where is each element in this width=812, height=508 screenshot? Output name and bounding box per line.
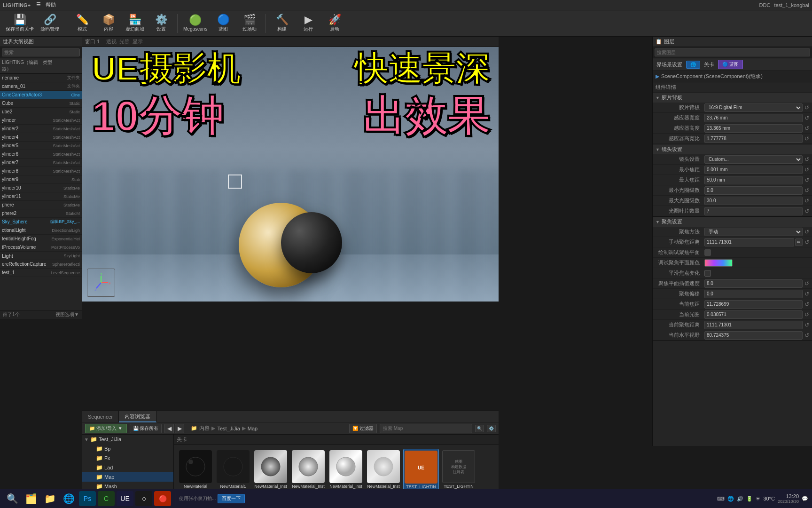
blade-count-reset[interactable]: ↺	[804, 208, 809, 214]
save-btn[interactable]: 💾 保存当前关卡	[4, 12, 36, 35]
tree-item-map[interactable]: 📁 Map	[82, 472, 173, 482]
max-aperture-reset[interactable]: ↺	[804, 198, 809, 204]
taskbar-app-filemanager[interactable]: 🗂️	[23, 491, 39, 506]
source-btn[interactable]: 🔗 源码管理	[38, 12, 62, 35]
list-item[interactable]: tProcessVolume PostProcessVo	[0, 243, 82, 252]
list-item[interactable]: tentialHeightFog ExponentialHei	[0, 235, 82, 243]
sensor-h-reset[interactable]: ↺	[804, 125, 809, 132]
interp-speed-input[interactable]	[704, 279, 803, 288]
view-options-btn[interactable]: 视图选项▼	[55, 311, 79, 318]
filter-btn[interactable]: 🔽 过滤器	[349, 424, 377, 433]
min-aperture-input[interactable]	[704, 186, 803, 195]
curr-focus-dist-input[interactable]	[704, 321, 803, 329]
menu-help[interactable]: 帮助	[46, 1, 56, 8]
cinematic-btn[interactable]: 🎬 过场动	[237, 12, 262, 35]
lens-preset-dropdown[interactable]: Custom...	[704, 155, 803, 164]
tree-item-bp[interactable]: 📁 Bp	[82, 444, 173, 453]
nav-forward-btn[interactable]: ▶	[175, 424, 184, 433]
interp-speed-reset[interactable]: ↺	[804, 280, 809, 287]
baidu-btn[interactable]: 百度一下	[218, 494, 245, 503]
taskbar-app-clip[interactable]: C	[98, 491, 115, 506]
camera-section-header[interactable]: ▼ 胶片背板	[653, 93, 812, 103]
list-item[interactable]: ylinder StaticMeshAct	[0, 116, 82, 125]
breadcrumb-root[interactable]: 内容	[199, 425, 210, 432]
scene-btn[interactable]: 🔵 蓝图	[718, 60, 743, 69]
focus-pick-btn[interactable]: ✏	[795, 238, 803, 246]
draw-plane-input[interactable]	[704, 249, 711, 256]
list-item[interactable]: ube2 Static	[0, 108, 82, 116]
taskbar-app-search[interactable]: 🔍	[4, 491, 21, 506]
notification-icon[interactable]: 💬	[802, 496, 808, 502]
marketplace-btn[interactable]: 🏪 虚幻商城	[123, 12, 147, 35]
focus-offset-reset[interactable]: ↺	[804, 291, 809, 297]
sensor-ratio-input[interactable]	[704, 135, 803, 143]
play-btn[interactable]: ▶ 运行	[296, 12, 320, 35]
min-focal-reset[interactable]: ↺	[804, 167, 809, 173]
list-item[interactable]: ereReflectionCapture SphereReflecti	[0, 260, 82, 269]
content-search-input[interactable]	[380, 424, 472, 433]
list-item[interactable]: ylinder5 StaticMeshAct	[0, 142, 82, 150]
curr-fov-reset[interactable]: ↺	[804, 332, 809, 339]
list-item[interactable]: ylinder10 StaticMe	[0, 184, 82, 192]
film-reset[interactable]: ↺	[804, 104, 809, 111]
focus-offset-input[interactable]	[704, 290, 803, 298]
list-item-light[interactable]: Light SkyLight	[0, 252, 82, 260]
launch-btn[interactable]: 🚀 启动	[322, 12, 347, 35]
outliner-search-input[interactable]	[2, 48, 80, 56]
manual-focus-reset[interactable]: ↺	[804, 239, 809, 246]
list-item[interactable]: ctionalLight DirectionalLigh	[0, 226, 82, 235]
max-aperture-input[interactable]	[704, 197, 803, 205]
list-item[interactable]: ylinder4 StaticMeshAct	[0, 133, 82, 142]
list-item[interactable]: camera_01 文件夹	[0, 82, 82, 91]
list-item[interactable]: test_1 LevelSequence	[0, 269, 82, 277]
list-item[interactable]: ylinder6 StaticMeshAct	[0, 150, 82, 159]
list-item[interactable]: Cube Static	[0, 99, 82, 108]
sensor-w-input[interactable]	[704, 114, 803, 122]
min-focal-input[interactable]	[704, 166, 803, 174]
list-item-cinecamera[interactable]: CineCameraActor3 Cine	[0, 91, 82, 99]
lens-preset-reset[interactable]: ↺	[804, 156, 809, 163]
breadcrumb-folder[interactable]: Test_JiJia	[217, 426, 240, 431]
list-item[interactable]: ylinder9 Stati	[0, 175, 82, 184]
curr-aperture-reset[interactable]: ↺	[804, 311, 809, 318]
tab-content-browser[interactable]: 内容浏览器	[119, 411, 156, 422]
curr-focal-input[interactable]	[704, 300, 803, 309]
list-item[interactable]: ylinder8 StaticMeshAct	[0, 167, 82, 175]
tree-item-fx[interactable]: 📁 Fx	[82, 453, 173, 463]
min-aperture-reset[interactable]: ↺	[804, 187, 809, 194]
sensor-h-input[interactable]	[704, 124, 803, 133]
taskbar-app-explorer[interactable]: 📁	[41, 491, 58, 506]
tree-item-lad[interactable]: 📁 Lad	[82, 463, 173, 472]
import-btn[interactable]: 📁 添加/导入 ▼	[85, 424, 127, 433]
list-item[interactable]: ylinder7 StaticMeshAct	[0, 159, 82, 167]
settings-content-btn[interactable]: ⚙️	[487, 425, 496, 432]
taskbar-app-ue4[interactable]: UE	[117, 491, 133, 506]
max-focal-reset[interactable]: ↺	[804, 177, 809, 183]
curr-focal-reset[interactable]: ↺	[804, 301, 809, 308]
manual-focus-input[interactable]	[704, 238, 794, 246]
list-item[interactable]: phere2 StaticM	[0, 209, 82, 218]
lens-section-header[interactable]: ▼ 镜头设置	[653, 144, 812, 154]
taskbar-app-ps[interactable]: Ps	[79, 491, 96, 506]
tab-sequencer[interactable]: Sequencer	[82, 411, 119, 422]
breadcrumb-sub[interactable]: Map	[248, 426, 258, 431]
modes-btn[interactable]: ✏️ 模式	[70, 12, 94, 35]
layers-search-input2[interactable]	[655, 48, 810, 56]
world-settings-btn[interactable]: 🌐	[686, 61, 700, 69]
content-btn[interactable]: 📦 内容	[96, 12, 121, 35]
save-all-btn[interactable]: 💾 保存所有	[130, 424, 162, 433]
blueprint-btn[interactable]: 🔵 蓝图	[211, 12, 235, 35]
megascans-btn[interactable]: 🟢 Megascans	[181, 12, 209, 35]
search-btn[interactable]: 🔍	[475, 425, 484, 432]
list-item[interactable]: ylinder2 StaticMeshAct	[0, 125, 82, 133]
smooth-focus-checkbox[interactable]	[704, 270, 711, 277]
taskbar-app-epic[interactable]: ◇	[135, 491, 152, 506]
focus-method-reset[interactable]: ↺	[804, 229, 809, 235]
list-item[interactable]: phere StaticMe	[0, 201, 82, 209]
tree-item-root[interactable]: ▼ 📁 Test_JiJia	[82, 435, 173, 444]
film-dropdown[interactable]: 16:9 Digital Film	[704, 103, 803, 112]
sensor-ratio-reset[interactable]: ↺	[804, 135, 809, 142]
settings-btn[interactable]: ⚙️ 设置	[149, 12, 173, 35]
curr-aperture-input[interactable]	[704, 310, 803, 319]
max-focal-input[interactable]	[704, 176, 803, 184]
